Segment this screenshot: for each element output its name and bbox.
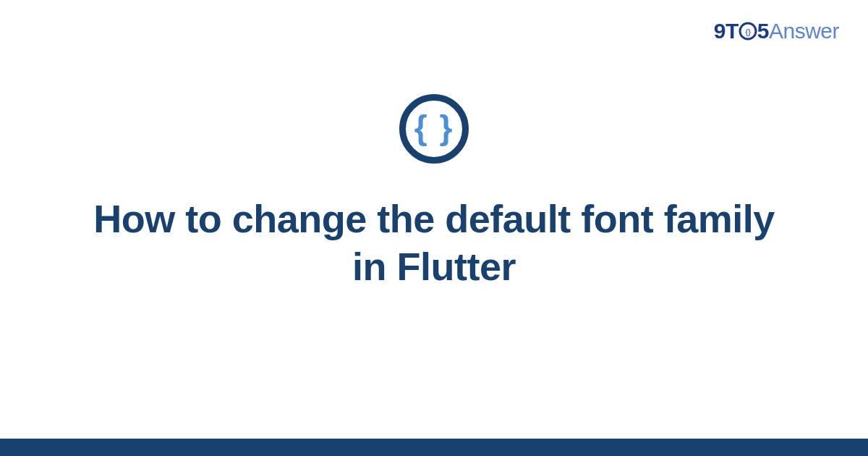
main-content: { } How to change the default font famil…	[0, 94, 868, 291]
brand-suffix: Answer	[769, 19, 839, 43]
brand-prefix: 9T	[714, 19, 739, 43]
page-title: How to change the default font family in…	[87, 195, 781, 291]
brand-logo: 9T{}5Answer	[714, 19, 839, 43]
footer-accent-bar	[0, 439, 868, 456]
code-braces-icon: { }	[399, 94, 469, 164]
brand-middle-digit: 5	[757, 19, 769, 43]
brand-o-icon: {}	[739, 22, 757, 41]
svg-text:{}: {}	[745, 28, 752, 36]
braces-glyph: { }	[414, 111, 454, 144]
